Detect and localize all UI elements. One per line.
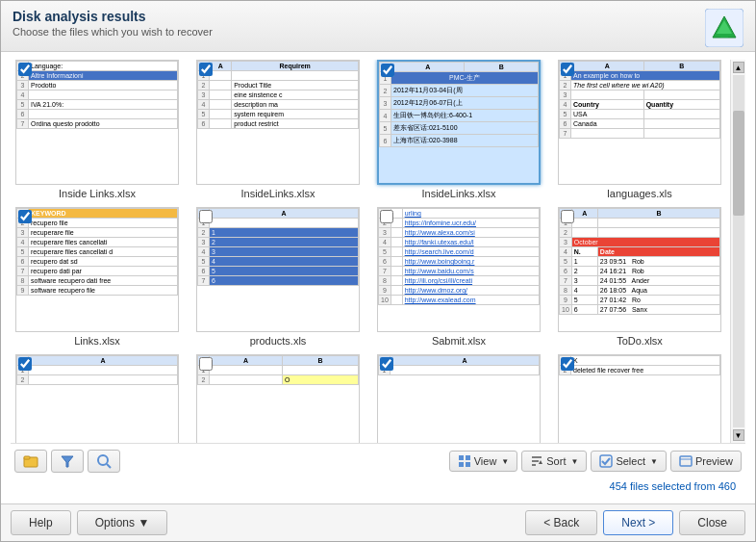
select-dropdown-arrow: ▼ xyxy=(650,457,658,466)
options-arrow: ▼ xyxy=(138,516,149,529)
file-checkbox[interactable] xyxy=(380,357,393,371)
file-thumbnail[interactable]: AB 1PMC-生产 22012年11月03-04日(周 32012年12月06… xyxy=(377,60,541,185)
svg-rect-5 xyxy=(24,456,30,459)
sort-dropdown-arrow: ▼ xyxy=(570,457,578,466)
svg-rect-18 xyxy=(680,456,692,466)
file-checkbox[interactable] xyxy=(381,64,394,77)
file-checkbox[interactable] xyxy=(561,63,574,76)
svg-line-8 xyxy=(107,464,111,468)
title-text: Disk analysis results Choose the files w… xyxy=(13,9,213,38)
file-thumbnail[interactable]: 1urling 2https://infomine.ucr.edu/ 3http… xyxy=(377,207,541,332)
file-checkbox[interactable] xyxy=(561,357,574,371)
file-name: ToDo.xlsx xyxy=(617,335,663,347)
file-preview: AB 1PMC-生产 22012年11月03-04日(周 32012年12月06… xyxy=(379,62,539,183)
file-preview: 1K 2deleted file recover free xyxy=(559,355,720,443)
list-item: ARequirem 1 2Product Title 3eine sinsten… xyxy=(191,60,365,199)
view-dropdown-arrow: ▼ xyxy=(501,457,509,466)
file-thumbnail[interactable]: AB 1 2 3October 4N.Date 5123 09:51 Rob 6… xyxy=(558,207,721,332)
options-button[interactable]: Options ▼ xyxy=(77,510,168,535)
toolbar-right: View ▼ Sort ▼ xyxy=(449,451,742,472)
svg-rect-9 xyxy=(459,455,464,460)
file-checkbox[interactable] xyxy=(18,63,32,76)
window-title: Disk analysis results xyxy=(13,9,213,24)
back-button[interactable]: < Back xyxy=(525,510,597,535)
view-icon xyxy=(458,454,471,468)
file-checkbox[interactable] xyxy=(380,210,393,223)
file-checkbox[interactable] xyxy=(199,63,213,76)
svg-rect-17 xyxy=(600,455,612,467)
file-name: InsideLinks.xlsx xyxy=(421,188,495,199)
file-preview: A 1 21 32 43 54 65 76 xyxy=(197,208,359,331)
list-item: AB 1 2O xyxy=(191,354,365,443)
file-checkbox[interactable] xyxy=(18,210,32,223)
sort-button[interactable]: Sort ▼ xyxy=(521,451,587,472)
sort-label: Sort xyxy=(546,455,566,467)
select-label: Select xyxy=(616,455,645,467)
file-checkbox[interactable] xyxy=(18,357,32,371)
view-label: View xyxy=(474,455,497,467)
svg-rect-10 xyxy=(466,455,470,460)
select-icon xyxy=(599,454,613,468)
file-thumbnail[interactable]: 1Language: 2Altre Informazioni 3Prodotto… xyxy=(15,60,179,185)
file-preview: 1Language: 2Altre Informazioni 3Prodotto… xyxy=(16,61,178,184)
title-bar: Disk analysis results Choose the files w… xyxy=(1,1,755,52)
svg-marker-16 xyxy=(539,460,542,464)
file-name: Sabmit.xlsx xyxy=(432,335,486,347)
file-thumbnail[interactable]: AB 1 2O xyxy=(196,354,360,443)
file-checkbox[interactable] xyxy=(199,210,213,223)
file-checkbox[interactable] xyxy=(199,357,213,371)
sort-icon xyxy=(530,454,543,468)
scrollbar[interactable]: ▲ ▼ xyxy=(730,60,745,443)
content-area: 1Language: 2Altre Informazioni 3Prodotto… xyxy=(1,52,755,503)
file-thumbnail[interactable]: ARequirem 1 2Product Title 3eine sinsten… xyxy=(196,60,360,185)
file-thumbnail[interactable]: A 1 21 32 43 54 65 76 xyxy=(196,207,360,332)
file-preview: A 1 xyxy=(378,355,540,443)
preview-button[interactable]: Preview xyxy=(670,451,742,472)
list-item: A 1 21 32 43 54 65 76 products.xls xyxy=(191,207,365,347)
file-preview: AB 1 2O xyxy=(197,355,359,443)
file-checkbox[interactable] xyxy=(561,210,574,223)
svg-marker-6 xyxy=(62,456,73,467)
svg-point-7 xyxy=(98,455,108,465)
file-name: Inside Links.xlsx xyxy=(59,188,136,199)
svg-rect-11 xyxy=(459,462,464,467)
toolbar: View ▼ Sort ▼ xyxy=(11,443,745,478)
help-button[interactable]: Help xyxy=(11,510,71,535)
list-item: A 1 2 xyxy=(11,354,184,443)
file-preview: AB 1 2 3October 4N.Date 5123 09:51 Rob 6… xyxy=(559,208,720,331)
preview-label: Preview xyxy=(695,455,733,467)
view-button[interactable]: View ▼ xyxy=(449,451,518,472)
file-name: languages.xls xyxy=(607,188,671,199)
main-window: Disk analysis results Choose the files w… xyxy=(0,0,756,542)
file-thumbnail[interactable]: 1K 2deleted file recover free xyxy=(558,354,721,443)
list-item: A 1 xyxy=(372,354,545,443)
footer-right: < Back Next > Close xyxy=(525,510,745,535)
window-subtitle: Choose the files which you wish to recov… xyxy=(13,26,213,38)
close-button[interactable]: Close xyxy=(679,510,745,535)
file-thumbnail[interactable]: A 1 2 xyxy=(15,354,179,443)
selected-count: 454 files selected from 460 xyxy=(610,480,736,492)
filter-button[interactable] xyxy=(51,450,84,473)
file-thumbnail[interactable]: 1KEYWORD 2recupero file 3recuperare file… xyxy=(15,207,179,332)
list-item: AB 1An example on how to 2The first cell… xyxy=(553,60,726,199)
svg-rect-3 xyxy=(720,34,728,38)
list-item: 1K 2deleted file recover free xyxy=(553,354,726,443)
preview-icon xyxy=(679,454,693,468)
file-thumbnail[interactable]: A 1 xyxy=(377,354,541,443)
file-thumbnail[interactable]: AB 1An example on how to 2The first cell… xyxy=(558,60,721,185)
file-preview: 1urling 2https://infomine.ucr.edu/ 3http… xyxy=(378,208,540,331)
file-name: Links.xlsx xyxy=(74,335,120,347)
file-preview: A 1 2 xyxy=(16,355,178,443)
select-button[interactable]: Select ▼ xyxy=(591,451,667,472)
options-label: Options xyxy=(95,516,135,529)
list-item: AB 1 2 3October 4N.Date 5123 09:51 Rob 6… xyxy=(553,207,726,347)
toolbar-left xyxy=(14,450,120,473)
svg-rect-12 xyxy=(466,462,470,467)
file-preview: AB 1An example on how to 2The first cell… xyxy=(559,61,720,184)
filter-folder-button[interactable] xyxy=(14,450,47,473)
next-button[interactable]: Next > xyxy=(603,510,673,535)
filter-icon xyxy=(60,453,75,469)
zoom-button[interactable] xyxy=(88,450,120,473)
file-name: products.xls xyxy=(250,335,307,347)
folder-filter-icon xyxy=(23,453,38,469)
